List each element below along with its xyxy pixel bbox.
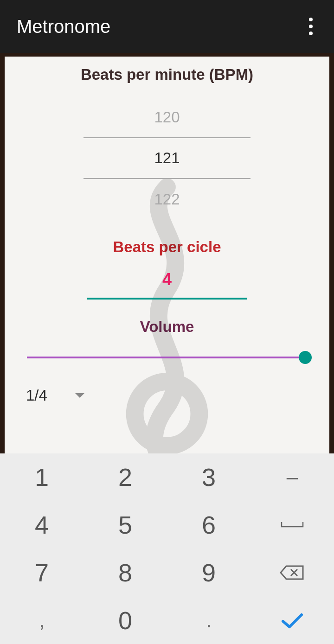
volume-slider-thumb[interactable] bbox=[299, 351, 312, 364]
app-bar: Metronome bbox=[0, 0, 334, 53]
beats-per-cycle-input[interactable]: 4 bbox=[87, 270, 247, 300]
volume-label: Volume bbox=[5, 318, 329, 336]
key-3[interactable]: 3 bbox=[167, 453, 250, 501]
key-dot[interactable]: . bbox=[167, 596, 250, 644]
more-options-button[interactable] bbox=[300, 15, 322, 38]
dropdown-caret-icon bbox=[75, 393, 84, 398]
app-title: Metronome bbox=[17, 16, 110, 37]
svg-point-0 bbox=[309, 18, 313, 21]
key-comma[interactable]: , bbox=[0, 596, 84, 644]
bpm-label: Beats per minute (BPM) bbox=[5, 66, 329, 83]
beats-per-cycle-label: Beats per cicle bbox=[5, 238, 329, 256]
key-8[interactable]: 8 bbox=[84, 549, 167, 597]
note-value-dropdown[interactable]: 1/4 bbox=[26, 387, 84, 404]
key-6[interactable]: 6 bbox=[167, 501, 250, 549]
bpm-next-value[interactable]: 122 bbox=[84, 179, 250, 220]
main-panel: Beats per minute (BPM) 120 121 122 Beats… bbox=[5, 57, 329, 453]
key-dash[interactable]: – bbox=[250, 453, 334, 501]
key-2[interactable]: 2 bbox=[84, 453, 167, 501]
key-5[interactable]: 5 bbox=[84, 501, 167, 549]
bpm-current-value[interactable]: 121 bbox=[84, 138, 250, 179]
key-4[interactable]: 4 bbox=[0, 501, 84, 549]
key-9[interactable]: 9 bbox=[167, 549, 250, 597]
more-vert-icon bbox=[308, 17, 313, 36]
key-space[interactable] bbox=[250, 501, 334, 549]
key-0[interactable]: 0 bbox=[84, 596, 167, 644]
key-7[interactable]: 7 bbox=[0, 549, 84, 597]
svg-point-3 bbox=[135, 382, 199, 446]
svg-point-1 bbox=[309, 25, 313, 28]
svg-point-2 bbox=[309, 32, 313, 35]
wood-frame: Beats per minute (BPM) 120 121 122 Beats… bbox=[0, 53, 334, 453]
bpm-prev-value[interactable]: 120 bbox=[84, 97, 250, 138]
key-backspace[interactable] bbox=[250, 549, 334, 597]
key-done[interactable] bbox=[250, 596, 334, 644]
backspace-icon bbox=[279, 563, 306, 582]
numeric-keyboard: 1 2 3 – 4 5 6 7 8 9 , 0 . bbox=[0, 453, 334, 644]
bpm-number-picker[interactable]: 120 121 122 bbox=[84, 97, 250, 220]
volume-slider[interactable] bbox=[27, 351, 307, 364]
space-icon bbox=[280, 520, 305, 529]
beats-per-cycle-value: 4 bbox=[162, 270, 172, 289]
checkmark-icon bbox=[279, 611, 305, 630]
note-value-selected: 1/4 bbox=[26, 387, 47, 404]
key-1[interactable]: 1 bbox=[0, 453, 84, 501]
volume-slider-track bbox=[27, 357, 307, 358]
